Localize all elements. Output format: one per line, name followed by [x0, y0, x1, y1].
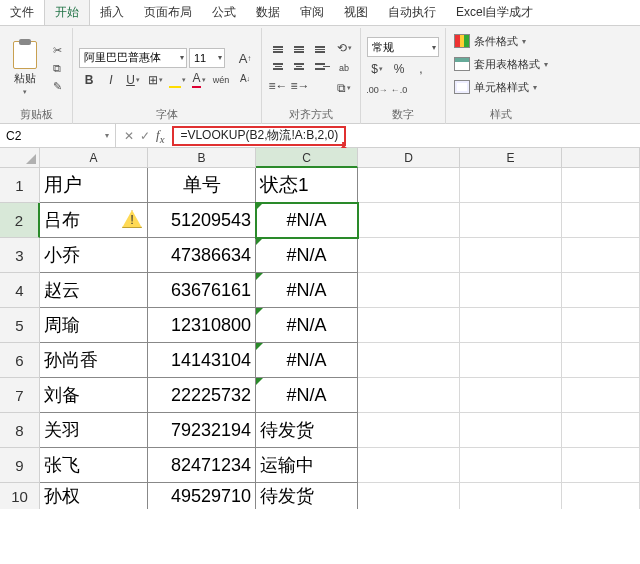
row-header[interactable]: 9 [0, 448, 40, 483]
paste-button[interactable]: 粘贴 ▾ [6, 30, 44, 106]
tab-view[interactable]: 视图 [334, 0, 378, 25]
cell[interactable]: 79232194 [148, 413, 256, 448]
cell[interactable] [358, 273, 460, 308]
decrease-decimal-button[interactable]: ←.0 [389, 81, 409, 99]
merge-button[interactable]: ⧉▾ [334, 79, 354, 97]
italic-button[interactable]: I [101, 71, 121, 89]
cell[interactable] [460, 448, 562, 483]
cell[interactable]: 刘备 [40, 378, 148, 413]
cell[interactable]: 待发货 [256, 483, 358, 509]
cell[interactable]: 49529710 [148, 483, 256, 509]
name-box[interactable]: C2 ▾ [0, 124, 116, 147]
accounting-button[interactable]: $▾ [367, 60, 387, 78]
cell[interactable]: #N/A [256, 378, 358, 413]
row-header[interactable]: 4 [0, 273, 40, 308]
cell[interactable]: 小乔 [40, 238, 148, 273]
cell[interactable]: 周瑜 [40, 308, 148, 343]
align-center-button[interactable] [289, 59, 309, 75]
decrease-font-button[interactable]: A↓ [235, 69, 255, 87]
tab-formulas[interactable]: 公式 [202, 0, 246, 25]
formula-input[interactable]: =VLOOKUP(B2,物流!A:B,2,0) [172, 126, 346, 146]
cell[interactable]: 用户 [40, 168, 148, 203]
cell[interactable]: 14143104 [148, 343, 256, 378]
cancel-formula-button[interactable]: ✕ [124, 129, 134, 143]
cell[interactable] [562, 238, 640, 273]
cell[interactable]: 张飞 [40, 448, 148, 483]
cell[interactable]: 47386634 [148, 238, 256, 273]
cell[interactable] [562, 378, 640, 413]
align-top-button[interactable] [268, 42, 288, 58]
wrap-text-button[interactable]: ab [334, 59, 354, 77]
font-size-combo[interactable]: 11▾ [189, 48, 225, 68]
cell[interactable] [460, 238, 562, 273]
cell[interactable]: 赵云 [40, 273, 148, 308]
cell[interactable] [460, 483, 562, 509]
tab-custom[interactable]: Excel自学成才 [446, 0, 543, 25]
col-header-f[interactable] [562, 148, 640, 168]
align-right-button[interactable] [310, 59, 330, 75]
align-middle-button[interactable] [289, 42, 309, 58]
col-header-e[interactable]: E [460, 148, 562, 168]
percent-button[interactable]: % [389, 60, 409, 78]
format-painter-button[interactable]: ✎ [48, 78, 66, 94]
cell[interactable] [358, 483, 460, 509]
copy-button[interactable]: ⧉ [48, 60, 66, 76]
number-format-combo[interactable]: 常规▾ [367, 37, 439, 57]
conditional-formatting-button[interactable]: 条件格式▾ [454, 30, 548, 52]
phonetic-button[interactable]: wén [211, 71, 231, 89]
tab-insert[interactable]: 插入 [90, 0, 134, 25]
col-header-b[interactable]: B [148, 148, 256, 168]
cell[interactable] [358, 308, 460, 343]
cell[interactable]: 待发货 [256, 413, 358, 448]
cell[interactable] [562, 203, 640, 238]
cell[interactable]: #N/A [256, 273, 358, 308]
bold-button[interactable]: B [79, 71, 99, 89]
underline-button[interactable]: U▾ [123, 71, 143, 89]
row-header[interactable]: 1 [0, 168, 40, 203]
cut-button[interactable]: ✂ [48, 42, 66, 58]
cell[interactable] [562, 448, 640, 483]
cell[interactable]: 孙权 [40, 483, 148, 509]
col-header-d[interactable]: D [358, 148, 460, 168]
font-name-combo[interactable]: 阿里巴巴普惠体▾ [79, 48, 187, 68]
cell[interactable]: 51209543! [148, 203, 256, 238]
col-header-a[interactable]: A [40, 148, 148, 168]
cell[interactable] [460, 168, 562, 203]
cell[interactable]: 82471234 [148, 448, 256, 483]
tab-automate[interactable]: 自动执行 [378, 0, 446, 25]
increase-font-button[interactable]: A↑ [235, 49, 255, 67]
cell[interactable]: 12310800 [148, 308, 256, 343]
cell[interactable] [460, 343, 562, 378]
format-as-table-button[interactable]: 套用表格格式▾ [454, 53, 548, 75]
increase-indent-button[interactable]: ≡→ [290, 77, 310, 95]
cell[interactable]: 63676161 [148, 273, 256, 308]
tab-pagelayout[interactable]: 页面布局 [134, 0, 202, 25]
cell[interactable] [460, 413, 562, 448]
row-header[interactable]: 8 [0, 413, 40, 448]
orientation-button[interactable]: ⟲▾ [334, 39, 354, 57]
row-header[interactable]: 7 [0, 378, 40, 413]
cell[interactable] [358, 238, 460, 273]
tab-home[interactable]: 开始 [44, 0, 90, 25]
tab-review[interactable]: 审阅 [290, 0, 334, 25]
font-color-button[interactable]: A▾ [189, 71, 209, 89]
cell[interactable]: 关羽 [40, 413, 148, 448]
cell[interactable] [562, 483, 640, 509]
row-header[interactable]: 3 [0, 238, 40, 273]
cell[interactable]: 孙尚香 [40, 343, 148, 378]
cell[interactable]: #N/A [256, 238, 358, 273]
cell[interactable] [562, 308, 640, 343]
align-bottom-button[interactable] [310, 42, 330, 58]
cell[interactable] [358, 448, 460, 483]
cell[interactable] [460, 308, 562, 343]
row-header[interactable]: 5 [0, 308, 40, 343]
cell[interactable] [358, 168, 460, 203]
align-left-button[interactable] [268, 59, 288, 75]
cell[interactable] [460, 378, 562, 413]
decrease-indent-button[interactable]: ≡← [268, 77, 288, 95]
cell[interactable]: #N/A [256, 343, 358, 378]
cell[interactable]: #N/A [256, 308, 358, 343]
cell[interactable] [358, 413, 460, 448]
cell[interactable] [358, 343, 460, 378]
cell[interactable] [460, 273, 562, 308]
